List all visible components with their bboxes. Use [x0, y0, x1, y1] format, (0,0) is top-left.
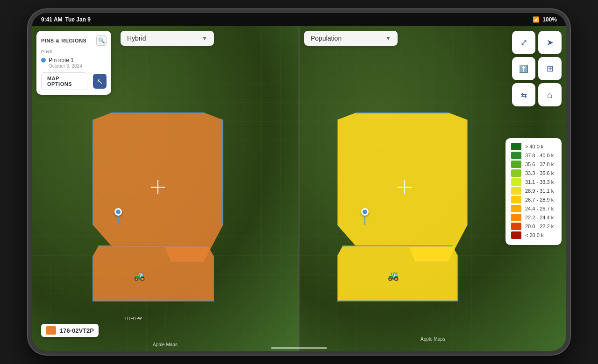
tablet-frame: 9:41 AM Tue Jan 9 📶 100% 🚜 RT-47	[28, 9, 570, 355]
legend-range-label: 37.8 - 40.0 k	[525, 153, 554, 158]
field-badge[interactable]: 176-02VT2P	[41, 324, 99, 337]
field-label: 176-02VT2P	[60, 327, 94, 334]
legend-item: 31.1 - 33.3 k	[511, 178, 556, 186]
home-icon: ⌂	[547, 90, 553, 100]
layers-button[interactable]: ⇄	[512, 83, 535, 106]
legend-color-swatch	[511, 187, 521, 195]
left-dropdown-arrow: ▼	[202, 35, 207, 42]
volume-down-button[interactable]	[28, 111, 30, 127]
right-tractor-icon: 🚜	[387, 270, 399, 281]
right-map-pin-circle	[361, 208, 369, 216]
status-date: Tue Jan 9	[65, 16, 91, 23]
volume-up-button[interactable]	[28, 88, 30, 104]
legend-color-swatch	[511, 196, 521, 203]
legend-range-label: 33.3 - 35.6 k	[525, 170, 554, 176]
legend-range-label: 26.7 - 28.9 k	[525, 197, 554, 203]
legend-item: 28.9 - 31.1 k	[511, 187, 556, 195]
legend-item: 20.0 - 22.2 k	[511, 223, 556, 230]
field-color-indicator	[46, 326, 56, 335]
pins-title: PINS & REGIONS	[41, 38, 86, 43]
left-map-dropdown[interactable]: Hybrid ▼	[121, 31, 214, 46]
legend-item: 22.2 - 24.4 k	[511, 214, 556, 221]
legend-range-label: 24.4 - 26.7 k	[525, 206, 554, 211]
power-button[interactable]	[568, 102, 570, 130]
share-icon: ⬆️	[519, 64, 528, 73]
map-options-button[interactable]: MAP OPTIONS	[41, 72, 87, 90]
legend-color-swatch	[511, 152, 521, 159]
location-icon: ➤	[547, 37, 554, 48]
legend-color-swatch	[511, 231, 521, 239]
fit-bounds-icon: ⤢	[520, 37, 527, 48]
left-crosshair-upper	[151, 180, 165, 194]
layers-icon: ⇄	[521, 91, 527, 99]
legend-color-swatch	[511, 169, 521, 177]
right-map-pin-line	[364, 216, 365, 225]
left-map-panel: 🚜 RT-47-W PINS & REGIONS 🔍 PINS Pin note…	[32, 26, 299, 351]
legend-range-label: 31.1 - 33.3 k	[525, 179, 554, 185]
maps-watermark-left: Apple Maps	[153, 342, 178, 347]
apple-maps-label-right: Apple Maps	[420, 336, 445, 342]
legend-color-swatch	[511, 214, 521, 221]
pins-panel: PINS & REGIONS 🔍 PINS Pin note 1 October…	[36, 31, 111, 95]
legend-range-label: < 20.0 k	[525, 232, 543, 238]
battery-label: 100%	[542, 16, 557, 23]
fit-bounds-button[interactable]: ⤢	[512, 31, 535, 54]
right-map-dropdown[interactable]: Population ▼	[304, 31, 398, 46]
pins-section-label: PINS	[41, 49, 107, 54]
legend-color-swatch	[511, 161, 521, 168]
pin-date: October 3, 2024	[49, 63, 82, 69]
right-dropdown-text: Population	[311, 35, 342, 42]
right-map-panel: 🚜 Population ▼ ⤢ ➤ ⬆️ ⊞	[299, 26, 566, 351]
map-options-row: MAP OPTIONS ↖	[41, 72, 107, 90]
apple-maps-label: Apple Maps	[153, 342, 178, 347]
pins-header: PINS & REGIONS 🔍	[41, 35, 107, 46]
legend-item: 26.7 - 28.9 k	[511, 196, 556, 203]
legend-range-label: 28.9 - 31.1 k	[525, 188, 554, 194]
legend-item: 24.4 - 26.7 k	[511, 205, 556, 212]
right-toolbar: ⤢ ➤ ⬆️ ⊞ ⇄ ⌂	[512, 31, 562, 106]
legend-color-swatch	[511, 223, 521, 230]
left-map-pin[interactable]	[114, 208, 122, 225]
home-indicator	[271, 347, 327, 349]
legend-color-swatch	[511, 143, 521, 150]
pin-name: Pin note 1	[49, 57, 82, 63]
grid-button[interactable]: ⊞	[538, 57, 562, 80]
right-map-pin[interactable]	[361, 208, 369, 225]
map-container: 🚜 RT-47-W PINS & REGIONS 🔍 PINS Pin note…	[32, 26, 566, 351]
pin-dot-icon	[41, 58, 46, 63]
left-road-label: RT-47-W	[125, 316, 142, 321]
map-divider	[299, 26, 299, 351]
legend-item: 33.3 - 35.6 k	[511, 169, 556, 177]
right-dropdown-arrow: ▼	[385, 35, 391, 42]
legend-item: 35.6 - 37.8 k	[511, 161, 556, 168]
legend-item: < 20.0 k	[511, 231, 556, 239]
legend-panel: > 40.0 k 37.8 - 40.0 k 35.6 - 37.8 k 33.…	[505, 138, 562, 245]
grid-icon: ⊞	[547, 63, 554, 74]
cursor-icon: ↖	[97, 77, 103, 86]
left-tractor-icon: 🚜	[134, 270, 145, 281]
legend-range-label: > 40.0 k	[525, 144, 543, 149]
maps-watermark-right: Apple Maps	[420, 336, 445, 342]
status-bar: 9:41 AM Tue Jan 9 📶 100%	[32, 13, 566, 26]
pins-search-button[interactable]: 🔍	[96, 35, 107, 46]
right-crosshair-upper	[398, 180, 412, 194]
home-button[interactable]: ⌂	[538, 83, 562, 106]
legend-color-swatch	[511, 178, 521, 186]
left-map-pin-line	[118, 216, 119, 225]
left-field-lower	[93, 245, 214, 301]
legend-item: > 40.0 k	[511, 143, 556, 150]
pin-list-item[interactable]: Pin note 1 October 3, 2024	[41, 57, 107, 69]
status-time: 9:41 AM	[41, 16, 63, 23]
left-dropdown-text: Hybrid	[127, 35, 146, 42]
cursor-button[interactable]: ↖	[93, 74, 107, 89]
location-button[interactable]: ➤	[538, 31, 562, 54]
share-button[interactable]: ⬆️	[512, 57, 535, 80]
legend-range-label: 20.0 - 22.2 k	[525, 224, 554, 229]
legend-range-label: 22.2 - 24.4 k	[525, 215, 554, 220]
wifi-icon: 📶	[533, 16, 540, 23]
legend-item: 37.8 - 40.0 k	[511, 152, 556, 159]
legend-color-swatch	[511, 205, 521, 212]
left-map-pin-circle	[114, 208, 122, 216]
legend-range-label: 35.6 - 37.8 k	[525, 161, 554, 167]
